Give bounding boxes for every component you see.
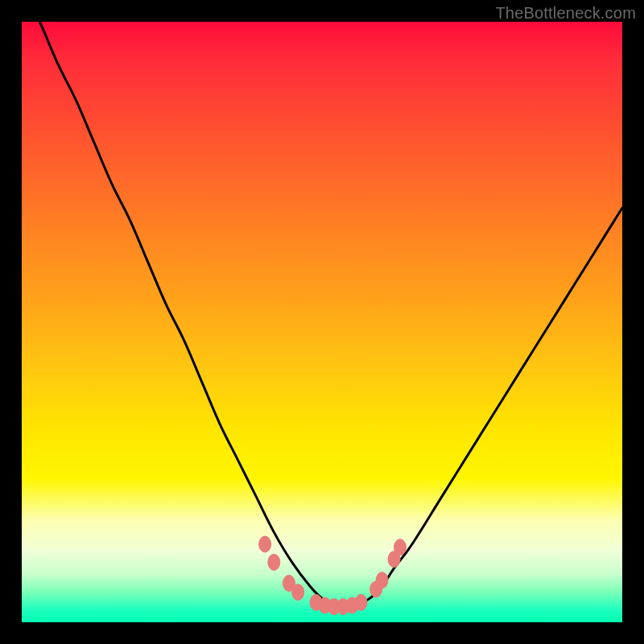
marker-layer <box>259 536 407 615</box>
svg-point-11 <box>376 572 388 588</box>
watermark-text: TheBottleneck.com <box>495 4 636 23</box>
curve-marker <box>259 536 271 552</box>
chart-svg <box>22 22 622 622</box>
bottleneck-curve <box>22 22 622 608</box>
plot-area <box>22 22 622 622</box>
curve-marker <box>268 554 280 570</box>
svg-point-0 <box>259 536 271 552</box>
curve-marker <box>292 584 304 601</box>
svg-point-9 <box>355 594 367 610</box>
curve-layer <box>22 22 622 608</box>
curve-marker <box>376 572 388 588</box>
svg-point-13 <box>394 539 406 555</box>
curve-marker <box>355 594 367 610</box>
chart-frame: TheBottleneck.com <box>0 0 644 644</box>
svg-point-3 <box>292 584 304 601</box>
svg-point-1 <box>268 554 280 570</box>
curve-marker <box>394 539 406 555</box>
